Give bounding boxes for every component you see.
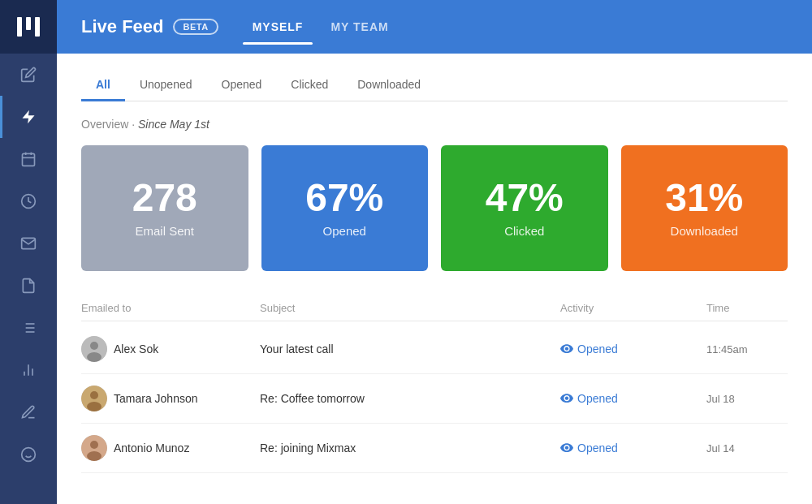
sidebar-item-mail[interactable] <box>0 222 57 265</box>
svg-rect-0 <box>17 17 22 37</box>
stat-card-opened: 67% Opened <box>261 145 429 271</box>
main-content: Live Feed BETA MYSELF MY TEAM All Unopen… <box>57 0 812 504</box>
sidebar-item-emoji[interactable] <box>0 433 57 476</box>
nav-tab-myteam[interactable]: MY TEAM <box>321 14 398 40</box>
sidebar-item-clock[interactable] <box>0 180 57 222</box>
topbar: Live Feed BETA MYSELF MY TEAM <box>57 0 812 54</box>
cell-subject-2: Re: joining Mixmax <box>260 442 560 454</box>
sidebar-item-chart[interactable] <box>0 349 57 391</box>
top-nav: MYSELF MY TEAM <box>243 14 399 40</box>
svg-point-28 <box>90 441 98 449</box>
cell-activity-1: Opened <box>560 392 706 405</box>
avatar-alex-sok <box>81 336 107 362</box>
beta-badge: BETA <box>173 19 218 35</box>
activity-opened-2: Opened <box>560 442 618 454</box>
cell-name-0: Alex Sok <box>81 336 260 362</box>
avatar-antonio-munoz <box>81 435 107 461</box>
table-row[interactable]: Antonio Munoz Re: joining Mixmax Opened … <box>81 424 788 473</box>
filter-tab-opened[interactable]: Opened <box>207 70 277 101</box>
content-area: All Unopened Opened Clicked Downloaded O… <box>57 54 812 504</box>
col-time: Time <box>706 302 788 314</box>
svg-rect-1 <box>26 17 31 30</box>
sidebar-item-document[interactable] <box>0 265 57 307</box>
filter-tab-downloaded[interactable]: Downloaded <box>343 70 435 101</box>
avatar-tamara-johnson <box>81 386 107 411</box>
overview-label: Overview · Since May 1st <box>81 118 788 131</box>
sidebar-item-calendar[interactable] <box>0 138 57 180</box>
cell-activity-2: Opened <box>560 442 706 454</box>
svg-point-18 <box>22 448 36 462</box>
cell-name-2: Antonio Munoz <box>81 435 260 461</box>
svg-point-25 <box>90 391 98 399</box>
stats-row: 278 Email Sent 67% Opened 47% Clicked 31… <box>81 145 788 271</box>
sidebar-item-edit[interactable] <box>0 54 57 96</box>
sidebar-item-list[interactable] <box>0 307 57 349</box>
stat-card-email-sent: 278 Email Sent <box>81 145 248 271</box>
cell-time-1: Jul 18 <box>706 393 788 405</box>
page-title: Live Feed <box>81 16 163 37</box>
cell-subject-1: Re: Coffee tomorrow <box>260 392 560 405</box>
filter-tabs: All Unopened Opened Clicked Downloaded <box>81 70 788 101</box>
filter-tab-clicked[interactable]: Clicked <box>276 70 343 101</box>
stat-label-opened: Opened <box>323 224 366 238</box>
cell-time-2: Jul 14 <box>706 442 788 454</box>
table-row[interactable]: Alex Sok Your latest call Opened 11:45am <box>81 325 788 374</box>
nav-tab-myself[interactable]: MYSELF <box>243 14 313 40</box>
stat-label-email-sent: Email Sent <box>135 224 194 238</box>
col-activity: Activity <box>560 302 706 314</box>
filter-tab-all[interactable]: All <box>81 70 125 101</box>
stat-value-opened: 67% <box>305 179 383 218</box>
activity-opened-0: Opened <box>560 342 618 355</box>
activity-opened-1: Opened <box>560 392 618 405</box>
filter-tab-unopened[interactable]: Unopened <box>125 70 207 101</box>
cell-subject-0: Your latest call <box>260 342 560 355</box>
stat-label-clicked: Clicked <box>504 224 544 238</box>
stat-label-downloaded: Downloaded <box>671 224 738 238</box>
table-row[interactable]: Tamara Johnson Re: Coffee tomorrow Opene… <box>81 374 788 424</box>
col-subject: Subject <box>260 302 560 314</box>
cell-activity-0: Opened <box>560 342 706 355</box>
stat-value-clicked: 47% <box>486 179 564 218</box>
col-emailed-to: Emailed to <box>81 302 260 314</box>
sidebar <box>0 0 57 504</box>
svg-rect-4 <box>23 153 35 166</box>
cell-time-0: 11:45am <box>706 343 788 355</box>
svg-point-29 <box>87 451 102 461</box>
svg-rect-2 <box>35 17 40 37</box>
svg-point-22 <box>90 342 98 350</box>
cell-name-1: Tamara Johnson <box>81 386 260 411</box>
table-header: Emailed to Subject Activity Time <box>81 295 788 321</box>
svg-point-26 <box>87 402 102 411</box>
stat-value-email-sent: 278 <box>132 179 197 218</box>
sidebar-item-lightning[interactable] <box>0 96 57 138</box>
svg-point-23 <box>87 352 102 362</box>
stat-card-clicked: 47% Clicked <box>441 145 608 271</box>
sidebar-logo[interactable] <box>0 0 57 54</box>
sidebar-item-pen[interactable] <box>0 391 57 433</box>
stat-value-downloaded: 31% <box>665 179 743 218</box>
svg-marker-3 <box>23 110 35 124</box>
stat-card-downloaded: 31% Downloaded <box>621 145 788 271</box>
